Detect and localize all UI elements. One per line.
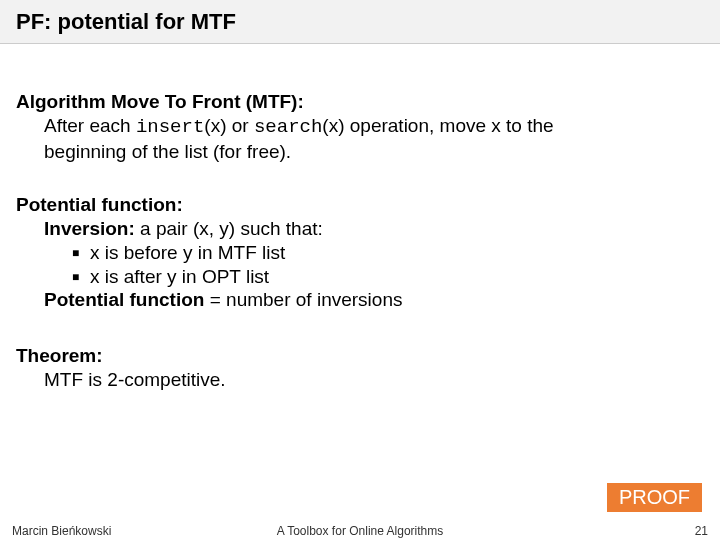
slide: PF: potential for MTF Algorithm Move To … (0, 0, 720, 540)
algorithm-heading: Algorithm Move To Front (MTF): (16, 90, 704, 114)
code-insert: insert (136, 116, 204, 138)
potential-heading: Potential function: (16, 193, 704, 217)
theorem-line: MTF is 2-competitive. (44, 368, 704, 392)
code-search: search (254, 116, 322, 138)
footer: Marcin Bieńkowski A Toolbox for Online A… (0, 522, 720, 540)
body-content: Algorithm Move To Front (MTF): After eac… (16, 90, 704, 392)
potential-fn-head: Potential function (44, 289, 210, 310)
proof-badge: PROOF (607, 483, 702, 512)
bullet-1: ■ x is before y in MTF list (72, 241, 704, 265)
square-bullet-icon: ■ (72, 241, 90, 265)
bullet-2-text: x is after y in OPT list (90, 265, 269, 289)
title-bar: PF: potential for MTF (0, 0, 720, 44)
inversion-head: Inversion: (44, 218, 140, 239)
theorem-heading: Theorem: (16, 344, 704, 368)
bullet-2: ■ x is after y in OPT list (72, 265, 704, 289)
algorithm-block: Algorithm Move To Front (MTF): After eac… (16, 90, 704, 163)
potential-fn-tail: = number of inversions (210, 289, 403, 310)
algorithm-line-1: After each insert(x) or search(x) operat… (44, 114, 704, 140)
algorithm-line-2: beginning of the list (for free). (44, 140, 704, 164)
bullet-1-text: x is before y in MTF list (90, 241, 285, 265)
text-fragment: (x) or (204, 115, 254, 136)
square-bullet-icon: ■ (72, 265, 90, 289)
inversion-tail: a pair (x, y) such that: (140, 218, 323, 239)
potential-block: Potential function: Inversion: a pair (x… (16, 193, 704, 312)
inversion-line: Inversion: a pair (x, y) such that: (44, 217, 704, 241)
text-fragment: After each (44, 115, 136, 136)
theorem-block: Theorem: MTF is 2-competitive. (16, 344, 704, 392)
potential-fn-line: Potential function = number of inversion… (44, 288, 704, 312)
slide-title: PF: potential for MTF (16, 9, 236, 35)
text-fragment: (x) operation, move x to the (322, 115, 553, 136)
footer-title: A Toolbox for Online Algorithms (0, 524, 720, 538)
